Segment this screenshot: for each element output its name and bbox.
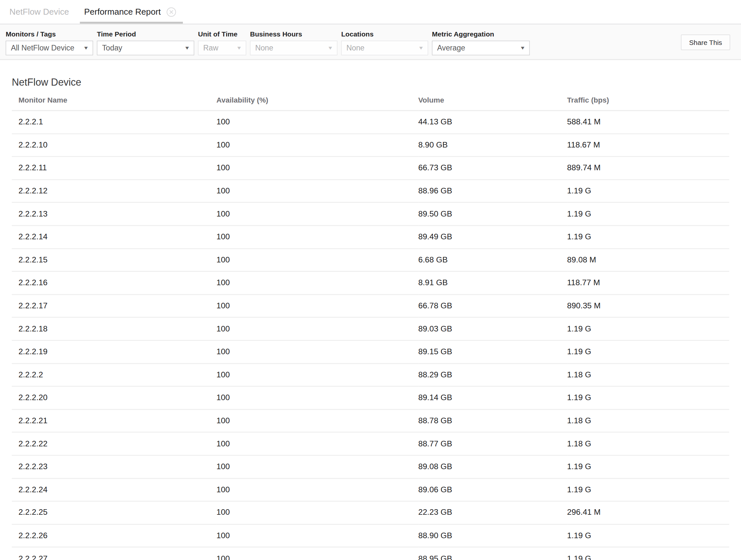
monitors-tags-dropdown[interactable]: All NetFlow Device ▼	[6, 41, 93, 55]
filter-label: Locations	[341, 30, 428, 38]
cell-monitor-name: 2.2.2.18	[12, 317, 216, 340]
cell-volume: 89.08 GB	[418, 455, 567, 478]
cell-volume: 6.68 GB	[418, 248, 567, 271]
table-row: 2.2.2.11 100 66.73 GB 889.74 M	[12, 157, 729, 180]
cell-traffic: 1.19 G	[567, 386, 729, 410]
table-row: 2.2.2.14 100 89.49 GB 1.19 G	[12, 226, 729, 249]
cell-volume: 88.29 GB	[418, 363, 567, 386]
tab-bar: NetFlow Device Performance Report	[0, 0, 741, 25]
cell-monitor-name: 2.2.2.19	[12, 340, 216, 363]
cell-volume: 8.91 GB	[418, 271, 567, 295]
cell-monitor-name: 2.2.2.11	[12, 157, 216, 180]
tab-label: Performance Report	[84, 7, 161, 17]
table-row: 2.2.2.26 100 88.90 GB 1.19 G	[12, 524, 729, 547]
column-header-monitor-name[interactable]: Monitor Name	[12, 88, 216, 111]
filter-label: Business Hours	[250, 30, 337, 38]
cell-traffic: 1.18 G	[567, 363, 729, 386]
cell-availability: 100	[216, 501, 418, 524]
table-row: 2.2.2.17 100 66.78 GB 890.35 M	[12, 294, 729, 317]
cell-volume: 8.90 GB	[418, 133, 567, 157]
cell-availability: 100	[216, 271, 418, 295]
dropdown-value: None	[346, 44, 364, 52]
chevron-down-icon: ▼	[327, 45, 333, 51]
cell-monitor-name: 2.2.2.25	[12, 501, 216, 524]
chevron-down-icon: ▼	[184, 45, 190, 51]
cell-monitor-name: 2.2.2.24	[12, 478, 216, 501]
metric-aggregation-dropdown[interactable]: Average ▼	[432, 41, 530, 55]
filter-label: Metric Aggregation	[432, 30, 530, 38]
cell-traffic: 890.35 M	[567, 294, 729, 317]
cell-monitor-name: 2.2.2.10	[12, 133, 216, 157]
cell-volume: 44.13 GB	[418, 111, 567, 134]
cell-traffic: 1.19 G	[567, 478, 729, 501]
cell-volume: 88.90 GB	[418, 524, 567, 547]
table-row: 2.2.2.23 100 89.08 GB 1.19 G	[12, 455, 729, 478]
table-row: 2.2.2.2 100 88.29 GB 1.18 G	[12, 363, 729, 386]
table-row: 2.2.2.1 100 44.13 GB 588.41 M	[12, 111, 729, 134]
cell-availability: 100	[216, 294, 418, 317]
app-window: NetFlow Device Performance Report Monito…	[0, 0, 741, 560]
section-title: NetFlow Device	[12, 76, 729, 88]
cell-availability: 100	[216, 340, 418, 363]
cell-volume: 88.96 GB	[418, 180, 567, 203]
dropdown-value: None	[255, 44, 273, 52]
filter-label: Monitors / Tags	[6, 30, 93, 38]
cell-traffic: 296.41 M	[567, 501, 729, 524]
dropdown-value: Today	[102, 44, 122, 52]
cell-availability: 100	[216, 248, 418, 271]
cell-traffic: 1.19 G	[567, 524, 729, 547]
performance-table: Monitor Name Availability (%) Volume Tra…	[12, 88, 729, 560]
cell-volume: 88.78 GB	[418, 409, 567, 432]
column-header-traffic[interactable]: Traffic (bps)	[567, 88, 729, 111]
filter-locations: Locations None ▼	[341, 30, 428, 55]
tab-netflow-device[interactable]: NetFlow Device	[9, 0, 69, 24]
table-row: 2.2.2.24 100 89.06 GB 1.19 G	[12, 478, 729, 501]
cell-volume: 89.03 GB	[418, 317, 567, 340]
cell-monitor-name: 2.2.2.2	[12, 363, 216, 386]
table-row: 2.2.2.20 100 89.14 GB 1.19 G	[12, 386, 729, 410]
table-row: 2.2.2.27 100 88.95 GB 1.19 G	[12, 547, 729, 560]
cell-volume: 66.73 GB	[418, 157, 567, 180]
cell-volume: 66.78 GB	[418, 294, 567, 317]
cell-volume: 89.14 GB	[418, 386, 567, 410]
column-header-volume[interactable]: Volume	[418, 88, 567, 111]
share-this-button[interactable]: Share This	[681, 35, 730, 50]
filter-metric-aggregation: Metric Aggregation Average ▼	[432, 30, 530, 55]
dropdown-value: Raw	[203, 44, 218, 52]
cell-monitor-name: 2.2.2.20	[12, 386, 216, 410]
tab-performance-report[interactable]: Performance Report	[80, 0, 183, 24]
filter-business-hours: Business Hours None ▼	[250, 30, 337, 55]
report-content: NetFlow Device Monitor Name Availability…	[0, 76, 741, 560]
cell-availability: 100	[216, 157, 418, 180]
table-body: 2.2.2.1 100 44.13 GB 588.41 M 2.2.2.10 1…	[12, 111, 729, 560]
cell-availability: 100	[216, 111, 418, 134]
close-tab-icon[interactable]	[166, 7, 176, 17]
cell-availability: 100	[216, 432, 418, 455]
chevron-down-icon: ▼	[520, 45, 526, 51]
cell-traffic: 1.19 G	[567, 226, 729, 249]
cell-monitor-name: 2.2.2.26	[12, 524, 216, 547]
filter-label: Time Period	[97, 30, 194, 38]
dropdown-value: All NetFlow Device	[11, 44, 74, 52]
cell-monitor-name: 2.2.2.21	[12, 409, 216, 432]
time-period-dropdown[interactable]: Today ▼	[97, 41, 194, 55]
chevron-down-icon: ▼	[418, 45, 424, 51]
cell-monitor-name: 2.2.2.22	[12, 432, 216, 455]
cell-availability: 100	[216, 202, 418, 226]
cell-availability: 100	[216, 226, 418, 249]
cell-traffic: 1.19 G	[567, 455, 729, 478]
table-row: 2.2.2.21 100 88.78 GB 1.18 G	[12, 409, 729, 432]
cell-traffic: 1.19 G	[567, 547, 729, 560]
column-header-availability[interactable]: Availability (%)	[216, 88, 418, 111]
cell-availability: 100	[216, 547, 418, 560]
table-row: 2.2.2.13 100 89.50 GB 1.19 G	[12, 202, 729, 226]
cell-volume: 89.06 GB	[418, 478, 567, 501]
filter-label: Unit of Time	[198, 30, 246, 38]
cell-traffic: 1.19 G	[567, 340, 729, 363]
cell-traffic: 1.19 G	[567, 317, 729, 340]
cell-monitor-name: 2.2.2.23	[12, 455, 216, 478]
cell-availability: 100	[216, 317, 418, 340]
table-row: 2.2.2.15 100 6.68 GB 89.08 M	[12, 248, 729, 271]
cell-traffic: 89.08 M	[567, 248, 729, 271]
cell-availability: 100	[216, 455, 418, 478]
